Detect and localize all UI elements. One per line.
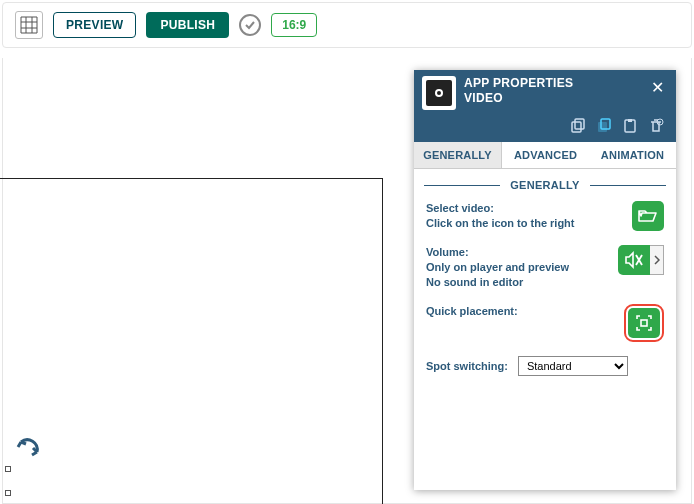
panel-title: APP PROPERTIES VIDEO	[464, 76, 639, 106]
selection-handle[interactable]	[5, 490, 11, 496]
spot-switching-select[interactable]: Standard	[518, 356, 628, 376]
svg-rect-11	[575, 119, 584, 129]
preview-button[interactable]: PREVIEW	[53, 12, 136, 38]
copy-active-icon[interactable]	[596, 118, 614, 136]
camera-icon	[432, 86, 446, 100]
row-quick-placement: Quick placement:	[426, 304, 664, 342]
select-video-label: Select video:	[426, 202, 494, 214]
svg-rect-15	[628, 119, 632, 122]
volume-label: Volume:	[426, 246, 469, 258]
select-video-button[interactable]	[632, 201, 664, 231]
copy-icon[interactable]	[570, 118, 588, 136]
mute-button[interactable]	[618, 245, 650, 275]
svg-rect-10	[572, 122, 581, 132]
close-icon[interactable]: ✕	[647, 76, 668, 99]
volume-expand-button[interactable]	[650, 245, 664, 275]
grid-toggle-button[interactable]	[15, 11, 43, 39]
fullscreen-icon	[634, 313, 654, 333]
mute-icon	[624, 251, 644, 269]
status-check-icon[interactable]	[239, 14, 261, 36]
panel-app-icon	[422, 76, 456, 110]
rotate-handle-icon[interactable]	[15, 434, 43, 466]
selected-video-element[interactable]	[0, 178, 383, 504]
panel-header: APP PROPERTIES VIDEO ✕	[414, 70, 676, 116]
grid-icon	[20, 16, 38, 34]
select-video-sub: Click on the icon to the right	[426, 216, 624, 231]
tab-advanced[interactable]: ADVANCED	[502, 142, 589, 168]
top-toolbar: PREVIEW PUBLISH 16:9	[2, 2, 692, 48]
section-title: GENERALLY	[414, 169, 676, 197]
spot-switching-label: Spot switching:	[426, 360, 508, 372]
tab-generally[interactable]: GENERALLY	[414, 142, 502, 168]
volume-sub1: Only on player and preview	[426, 260, 610, 275]
svg-point-9	[437, 91, 441, 95]
row-volume: Volume: Only on player and preview No so…	[426, 245, 664, 290]
paste-icon[interactable]	[622, 118, 640, 136]
svg-rect-19	[641, 320, 647, 326]
aspect-ratio-button[interactable]: 16:9	[271, 13, 317, 37]
properties-panel: APP PROPERTIES VIDEO ✕ GENERALLY ADVANCE…	[414, 70, 676, 490]
publish-button[interactable]: PUBLISH	[146, 12, 229, 38]
tab-animation[interactable]: ANIMATION	[589, 142, 676, 168]
row-spot-switching: Spot switching: Standard	[426, 356, 664, 376]
panel-tabs: GENERALLY ADVANCED ANIMATION	[414, 142, 676, 169]
svg-rect-12	[598, 122, 607, 132]
volume-sub2: No sound in editor	[426, 275, 610, 290]
row-select-video: Select video: Click on the icon to the r…	[426, 201, 664, 231]
selection-handle[interactable]	[5, 466, 11, 472]
panel-body: Select video: Click on the icon to the r…	[414, 197, 676, 380]
quick-placement-highlight	[624, 304, 664, 342]
delete-icon[interactable]	[648, 118, 666, 136]
folder-open-icon	[638, 208, 658, 224]
quick-placement-label: Quick placement:	[426, 305, 518, 317]
quick-placement-button[interactable]	[628, 308, 660, 338]
chevron-right-icon	[654, 255, 660, 265]
panel-action-row	[414, 116, 676, 142]
